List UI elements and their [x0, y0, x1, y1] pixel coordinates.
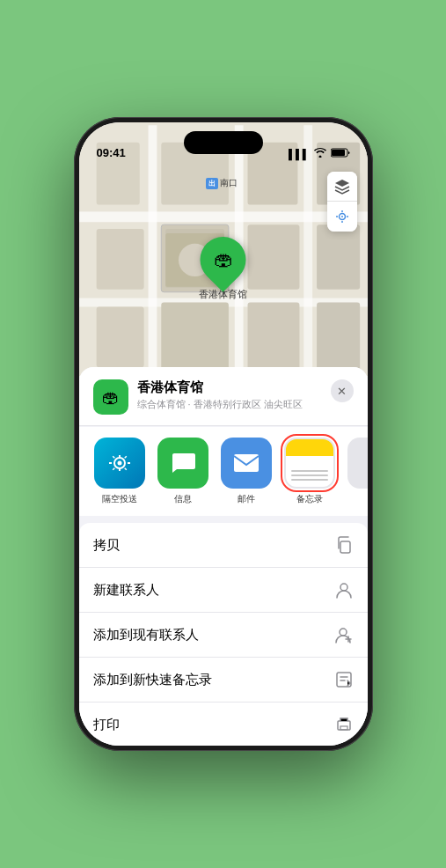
action-add-existing-contact[interactable]: 添加到现有联系人 — [79, 613, 368, 658]
more-icon-box — [347, 438, 368, 489]
svg-rect-34 — [340, 541, 350, 553]
svg-rect-38 — [338, 721, 350, 730]
status-time: 09:41 — [97, 146, 126, 159]
mail-label: 邮件 — [238, 493, 255, 505]
action-new-contact-label: 新建联系人 — [93, 582, 159, 599]
location-icon — [335, 210, 349, 224]
phone-screen: 09:41 ▌▌▌ — [79, 122, 368, 746]
svg-rect-1 — [332, 150, 345, 156]
share-item-messages[interactable]: 信息 — [157, 438, 209, 505]
share-item-more[interactable]: 提 — [347, 438, 368, 505]
action-quick-note-label: 添加到新快速备忘录 — [93, 672, 212, 688]
map-label-badge: 出 — [206, 178, 218, 189]
svg-rect-39 — [340, 726, 347, 730]
svg-rect-33 — [234, 454, 259, 472]
action-add-existing-label: 添加到现有联系人 — [93, 627, 199, 644]
place-subtitle: 综合体育馆 · 香港特别行政区 油尖旺区 — [137, 398, 322, 411]
quick-note-icon — [334, 670, 354, 689]
messages-icon-box — [157, 438, 208, 489]
svg-rect-3 — [79, 211, 368, 222]
share-item-airdrop[interactable]: 隔空投送 — [93, 438, 146, 505]
svg-point-35 — [340, 584, 347, 591]
bottom-sheet: 🏟 香港体育馆 综合体育馆 · 香港特别行政区 油尖旺区 ✕ — [79, 367, 368, 746]
place-header: 🏟 香港体育馆 综合体育馆 · 香港特别行政区 油尖旺区 ✕ — [79, 367, 368, 426]
airdrop-label: 隔空投送 — [102, 493, 137, 505]
battery-icon — [331, 148, 350, 159]
share-item-notes[interactable]: 备忘录 — [283, 438, 336, 505]
action-list: 拷贝 新建联系人 添加到现有联系人 — [79, 523, 368, 746]
location-marker: 🏟 香港体育馆 — [199, 237, 247, 301]
action-print[interactable]: 打印 — [79, 702, 368, 746]
notes-line-1 — [291, 470, 328, 472]
share-item-mail[interactable]: 邮件 — [220, 438, 273, 505]
place-name: 香港体育馆 — [137, 379, 322, 396]
mail-icon — [233, 453, 260, 473]
airdrop-icon — [107, 451, 132, 475]
stadium-icon: 🏟 — [214, 248, 233, 271]
notes-lines — [286, 467, 333, 487]
svg-point-32 — [117, 461, 121, 466]
svg-point-30 — [341, 216, 343, 217]
svg-rect-17 — [161, 303, 229, 371]
svg-rect-9 — [96, 229, 143, 290]
map-south-label: 出 南口 — [206, 177, 238, 189]
svg-rect-24 — [317, 303, 360, 372]
svg-rect-18 — [247, 303, 299, 372]
action-quick-note[interactable]: 添加到新快速备忘录 — [79, 658, 368, 702]
mail-icon-box — [221, 438, 272, 489]
notes-line-3 — [291, 479, 328, 481]
map-label-text: 南口 — [220, 177, 238, 189]
marker-pin: 🏟 — [191, 227, 256, 292]
phone-frame: 09:41 ▌▌▌ — [74, 117, 373, 751]
add-contact-icon — [334, 625, 354, 644]
close-button[interactable]: ✕ — [331, 379, 354, 402]
map-location-button[interactable] — [327, 202, 357, 232]
layers-icon — [334, 179, 350, 195]
messages-label: 信息 — [174, 493, 192, 505]
print-icon — [334, 715, 354, 734]
svg-point-36 — [340, 629, 347, 636]
action-print-label: 打印 — [93, 717, 120, 733]
action-copy-label: 拷贝 — [93, 537, 120, 554]
notes-line-2 — [291, 474, 328, 476]
map-layers-button[interactable] — [327, 172, 357, 202]
action-copy[interactable]: 拷贝 — [79, 523, 368, 568]
signal-icon: ▌▌▌ — [289, 149, 309, 159]
action-new-contact[interactable]: 新建联系人 — [79, 568, 368, 613]
notes-label: 备忘录 — [296, 493, 323, 505]
notes-icon-box — [284, 438, 335, 489]
svg-rect-23 — [317, 224, 360, 290]
share-row: 隔空投送 信息 — [79, 427, 368, 516]
copy-icon — [334, 535, 354, 555]
dynamic-island — [184, 131, 263, 154]
place-icon: 🏟 — [93, 379, 128, 415]
status-icons: ▌▌▌ — [289, 148, 349, 159]
airdrop-icon-box — [94, 438, 145, 489]
svg-rect-16 — [96, 306, 143, 367]
place-info: 香港体育馆 综合体育馆 · 香港特别行政区 油尖旺区 — [137, 379, 322, 411]
svg-rect-15 — [247, 224, 299, 290]
map-controls — [327, 172, 357, 232]
new-contact-icon — [334, 580, 354, 600]
wifi-icon — [314, 148, 326, 159]
messages-icon — [170, 451, 196, 475]
